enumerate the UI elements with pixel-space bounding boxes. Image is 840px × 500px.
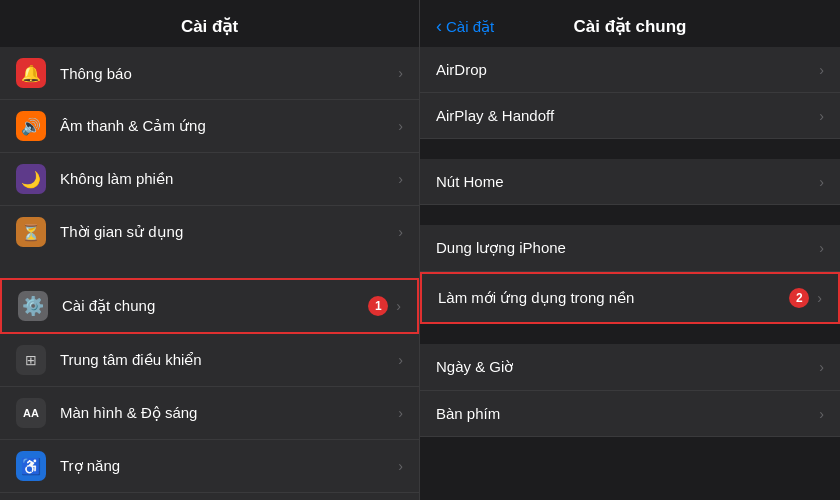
label-thongbao: Thông báo bbox=[60, 65, 398, 82]
settings-item-caidatchung[interactable]: ⚙️ Cài đặt chung 1 › bbox=[0, 278, 419, 334]
badge-lammoi: 2 bbox=[789, 288, 809, 308]
settings-item-hinhneh[interactable]: 🌸 Hình nền › bbox=[0, 493, 419, 500]
right-item-ngaygio[interactable]: Ngày & Giờ › bbox=[420, 344, 840, 391]
label-lammoi: Làm mới ứng dụng trong nền bbox=[438, 289, 789, 307]
label-tronang: Trợ năng bbox=[60, 457, 398, 475]
icon-thongbao: 🔔 bbox=[16, 58, 46, 88]
right-item-nuthome[interactable]: Nút Home › bbox=[420, 159, 840, 205]
settings-group-1: 🔔 Thông báo › 🔊 Âm thanh & Cảm ứng › 🌙 K… bbox=[0, 47, 419, 258]
label-dungluong: Dung lượng iPhone bbox=[436, 239, 819, 257]
chevron-manhinh: › bbox=[398, 405, 403, 421]
settings-item-thoigian[interactable]: ⏳ Thời gian sử dụng › bbox=[0, 206, 419, 258]
right-divider-2 bbox=[420, 205, 840, 225]
settings-item-amthanh[interactable]: 🔊 Âm thanh & Cảm ứng › bbox=[0, 100, 419, 153]
right-item-dungluong[interactable]: Dung lượng iPhone › bbox=[420, 225, 840, 272]
chevron-caidatchung: › bbox=[396, 298, 401, 314]
right-group-4: Ngày & Giờ › Bàn phím › bbox=[420, 344, 840, 437]
right-header: ‹ Cài đặt Cài đặt chung bbox=[420, 0, 840, 47]
settings-item-tronang[interactable]: ♿ Trợ năng › bbox=[0, 440, 419, 493]
icon-manhinh: AA bbox=[16, 398, 46, 428]
group-divider-1 bbox=[0, 258, 419, 278]
label-manhinh: Màn hình & Độ sáng bbox=[60, 404, 398, 422]
label-trungtam: Trung tâm điều khiển bbox=[60, 351, 398, 369]
settings-item-manhinh[interactable]: AA Màn hình & Độ sáng › bbox=[0, 387, 419, 440]
chevron-thoigian: › bbox=[398, 224, 403, 240]
chevron-banphim: › bbox=[819, 406, 824, 422]
chevron-airdrop: › bbox=[819, 62, 824, 78]
chevron-trungtam: › bbox=[398, 352, 403, 368]
right-group-3: Dung lượng iPhone › Làm mới ứng dụng tro… bbox=[420, 225, 840, 324]
label-nuthome: Nút Home bbox=[436, 173, 819, 190]
icon-trungtam: ⊞ bbox=[16, 345, 46, 375]
label-airplay: AirPlay & Handoff bbox=[436, 107, 819, 124]
icon-khonglamphien: 🌙 bbox=[16, 164, 46, 194]
right-divider-1 bbox=[420, 139, 840, 159]
icon-tronang: ♿ bbox=[16, 451, 46, 481]
settings-item-trungtam[interactable]: ⊞ Trung tâm điều khiển › bbox=[0, 334, 419, 387]
label-ngaygio: Ngày & Giờ bbox=[436, 358, 819, 376]
settings-group-2: ⚙️ Cài đặt chung 1 › ⊞ Trung tâm điều kh… bbox=[0, 278, 419, 500]
label-amthanh: Âm thanh & Cảm ứng bbox=[60, 117, 398, 135]
right-group-1: AirDrop › AirPlay & Handoff › bbox=[420, 47, 840, 139]
right-panel-title: Cài đặt chung bbox=[574, 16, 687, 37]
right-settings-list: AirDrop › AirPlay & Handoff › Nút Home ›… bbox=[420, 47, 840, 500]
right-panel: ‹ Cài đặt Cài đặt chung AirDrop › AirPla… bbox=[420, 0, 840, 500]
back-chevron-icon: ‹ bbox=[436, 16, 442, 37]
chevron-thongbao: › bbox=[398, 65, 403, 81]
chevron-amthanh: › bbox=[398, 118, 403, 134]
chevron-ngaygio: › bbox=[819, 359, 824, 375]
right-item-airdrop[interactable]: AirDrop › bbox=[420, 47, 840, 93]
chevron-dungluong: › bbox=[819, 240, 824, 256]
chevron-khonglamphien: › bbox=[398, 171, 403, 187]
left-panel-title: Cài đặt bbox=[0, 0, 419, 47]
right-item-lammoi[interactable]: Làm mới ứng dụng trong nền 2 › bbox=[420, 272, 840, 324]
left-panel: Cài đặt 🔔 Thông báo › 🔊 Âm thanh & Cảm ứ… bbox=[0, 0, 420, 500]
settings-item-thongbao[interactable]: 🔔 Thông báo › bbox=[0, 47, 419, 100]
icon-caidatchung: ⚙️ bbox=[18, 291, 48, 321]
chevron-airplay: › bbox=[819, 108, 824, 124]
back-button[interactable]: ‹ Cài đặt bbox=[436, 16, 494, 37]
label-khonglamphien: Không làm phiền bbox=[60, 170, 398, 188]
back-label: Cài đặt bbox=[446, 18, 494, 36]
chevron-nuthome: › bbox=[819, 174, 824, 190]
label-thoigian: Thời gian sử dụng bbox=[60, 223, 398, 241]
label-caidatchung: Cài đặt chung bbox=[62, 297, 368, 315]
label-banphim: Bàn phím bbox=[436, 405, 819, 422]
chevron-tronang: › bbox=[398, 458, 403, 474]
right-item-banphim[interactable]: Bàn phím › bbox=[420, 391, 840, 437]
right-divider-3 bbox=[420, 324, 840, 344]
settings-item-khonglamphien[interactable]: 🌙 Không làm phiền › bbox=[0, 153, 419, 206]
right-group-2: Nút Home › bbox=[420, 159, 840, 205]
badge-caidatchung: 1 bbox=[368, 296, 388, 316]
icon-thoigian: ⏳ bbox=[16, 217, 46, 247]
chevron-lammoi: › bbox=[817, 290, 822, 306]
settings-list: 🔔 Thông báo › 🔊 Âm thanh & Cảm ứng › 🌙 K… bbox=[0, 47, 419, 500]
right-item-airplay[interactable]: AirPlay & Handoff › bbox=[420, 93, 840, 139]
label-airdrop: AirDrop bbox=[436, 61, 819, 78]
icon-amthanh: 🔊 bbox=[16, 111, 46, 141]
